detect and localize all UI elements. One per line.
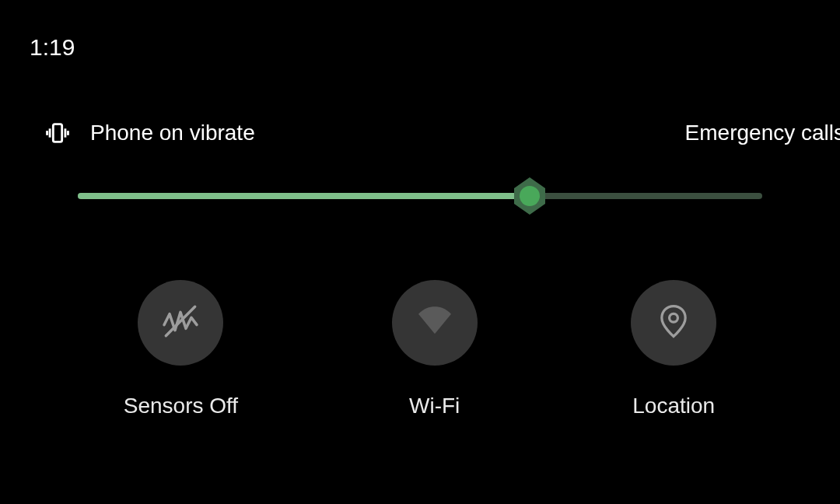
quick-tiles-row: Sensors Off Wi-Fi L — [0, 280, 840, 418]
ringer-label: Phone on vibrate — [90, 121, 255, 145]
svg-point-8 — [670, 313, 678, 322]
status-time: 1:19 — [30, 34, 75, 61]
brightness-slider[interactable] — [78, 193, 762, 199]
tile-wifi-button[interactable] — [392, 280, 478, 366]
quick-settings-panel: 1:19 Phone on vibrate Emergency calls — [0, 0, 840, 504]
tile-sensors-off[interactable]: Sensors Off — [124, 280, 238, 418]
wifi-icon — [413, 299, 457, 346]
tile-sensors-off-button[interactable] — [138, 280, 223, 366]
sensors-off-icon — [159, 299, 202, 346]
tile-location-label: Location — [632, 394, 715, 418]
tile-location[interactable]: Location — [631, 280, 716, 418]
tile-wifi[interactable]: Wi-Fi — [392, 280, 478, 418]
location-icon — [653, 301, 694, 345]
emergency-calls-label[interactable]: Emergency calls — [685, 121, 840, 145]
tile-location-button[interactable] — [631, 280, 716, 366]
vibrate-icon — [44, 119, 72, 147]
ringer-status: Phone on vibrate — [44, 119, 255, 147]
tile-sensors-off-label: Sensors Off — [124, 394, 238, 418]
svg-rect-0 — [53, 124, 61, 142]
tile-wifi-label: Wi-Fi — [409, 394, 460, 418]
brightness-fill — [78, 193, 530, 199]
info-row: Phone on vibrate Emergency calls — [44, 119, 840, 147]
